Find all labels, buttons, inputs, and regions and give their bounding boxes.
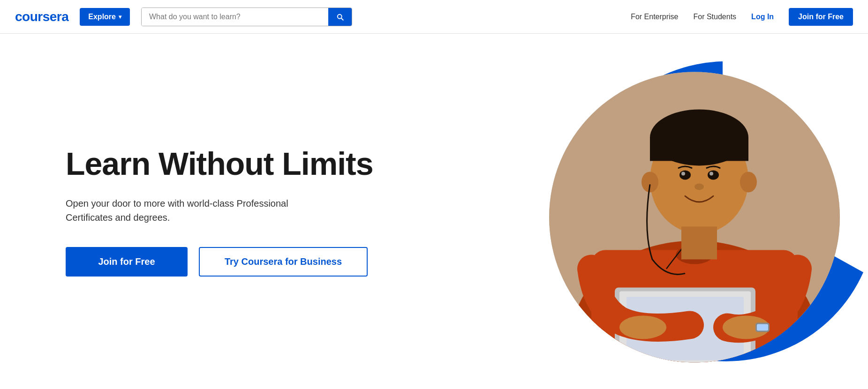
svg-rect-23 [681,226,717,259]
join-free-button-nav[interactable]: Join for Free [789,8,853,26]
svg-point-13 [681,172,685,175]
hero-title: Learn Without Limits [66,146,373,181]
search-container [141,7,352,26]
explore-button[interactable]: Explore ▾ [80,8,130,26]
login-link[interactable]: Log In [751,13,774,21]
svg-point-14 [709,172,713,175]
chevron-down-icon: ▾ [119,14,121,20]
svg-point-12 [708,170,719,180]
navbar: coursera Explore ▾ For Enterprise For St… [0,0,868,34]
try-business-button[interactable]: Try Coursera for Business [199,247,368,277]
svg-rect-22 [757,324,768,330]
hero-content: Learn Without Limits Open your door to m… [66,146,373,277]
hero-subtitle: Open your door to more with world-class … [66,196,328,224]
search-icon [336,13,344,21]
logo-text: coursera [15,9,68,24]
svg-rect-8 [650,137,748,161]
hero-buttons: Join for Free Try Coursera for Business [66,247,373,277]
join-free-button-hero[interactable]: Join for Free [66,247,188,277]
search-button[interactable] [328,8,352,26]
hero-image-area [483,34,868,389]
for-students-link[interactable]: For Students [694,13,737,21]
search-input[interactable] [142,8,328,26]
for-enterprise-link[interactable]: For Enterprise [631,13,678,21]
hero-person-image [549,72,840,362]
nav-links: For Enterprise For Students Log In Join … [631,8,853,26]
explore-label: Explore [88,13,116,21]
svg-point-10 [740,172,757,192]
svg-point-11 [679,170,691,180]
person-illustration [549,72,840,362]
logo[interactable]: coursera [15,9,68,24]
hero-section: Learn Without Limits Open your door to m… [0,34,868,389]
svg-point-19 [619,315,666,339]
svg-point-15 [694,183,704,190]
